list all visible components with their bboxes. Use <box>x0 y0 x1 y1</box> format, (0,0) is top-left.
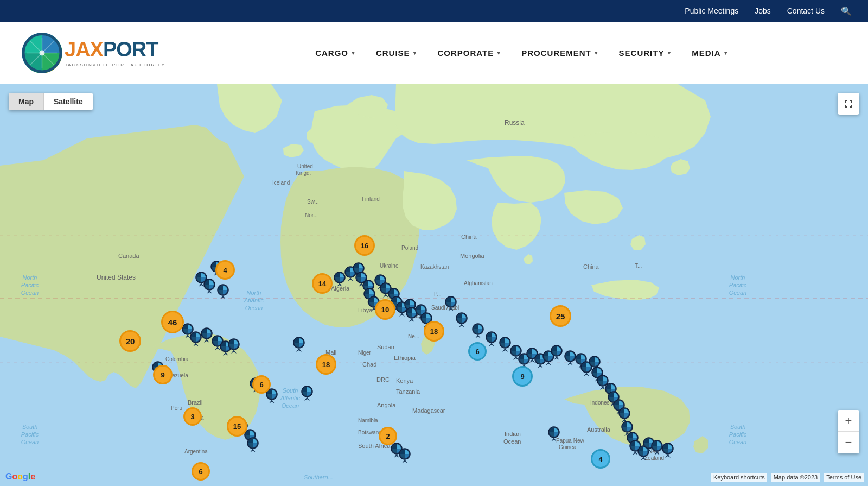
cruise-chevron-icon: ▼ <box>412 50 418 56</box>
svg-text:Poland: Poland <box>401 245 418 251</box>
svg-text:Tanzania: Tanzania <box>396 388 420 395</box>
cluster-blue-marker[interactable]: 4 <box>591 449 610 469</box>
top-bar: Public Meetings Jobs Contact Us 🔍 <box>0 0 868 22</box>
map-pin[interactable] <box>548 426 560 441</box>
map-pin[interactable] <box>551 345 563 360</box>
map-pin[interactable] <box>499 337 511 352</box>
fullscreen-button[interactable] <box>838 93 859 115</box>
svg-text:Russia: Russia <box>505 119 525 127</box>
nav-cargo[interactable]: CARGO ▼ <box>308 44 364 62</box>
cluster-orange-marker[interactable]: 18 <box>424 321 444 342</box>
satellite-view-button[interactable]: Satellite <box>44 93 93 110</box>
zoom-in-button[interactable]: + <box>838 410 859 432</box>
map-pin[interactable] <box>334 272 346 287</box>
cluster-orange-marker[interactable]: 9 <box>153 365 173 384</box>
terms-of-use-link[interactable]: Terms of Use <box>824 473 864 482</box>
svg-text:Pacific: Pacific <box>729 431 747 438</box>
map-pin[interactable] <box>472 323 484 338</box>
map-pin[interactable] <box>662 443 674 458</box>
svg-text:Atlantic: Atlantic <box>244 297 264 304</box>
svg-text:Pacific: Pacific <box>729 282 747 288</box>
svg-text:Peru: Peru <box>171 405 182 411</box>
zoom-out-button[interactable]: − <box>838 432 859 453</box>
map-pin[interactable] <box>247 437 259 452</box>
svg-text:Afghanistan: Afghanistan <box>464 280 493 286</box>
cargo-chevron-icon: ▼ <box>350 50 356 56</box>
svg-text:Sw...: Sw... <box>307 199 319 205</box>
cluster-orange-marker[interactable]: 20 <box>119 330 141 352</box>
header: JAX PORT JACKSONVILLE PORT AUTHORITY CAR… <box>0 22 868 84</box>
svg-text:Nor...: Nor... <box>305 212 318 218</box>
main-nav: CARGO ▼ CRUISE ▼ CORPORATE ▼ PROCUREMENT… <box>198 44 846 62</box>
cluster-orange-marker[interactable]: 3 <box>183 407 202 426</box>
map-pin[interactable] <box>618 407 630 422</box>
svg-text:Namibia: Namibia <box>358 418 378 424</box>
svg-text:South: South <box>283 387 298 394</box>
map-pin[interactable] <box>651 440 663 455</box>
svg-text:Ocean: Ocean <box>21 439 39 445</box>
map-pin[interactable] <box>203 279 215 294</box>
nav-corporate[interactable]: CORPORATE ▼ <box>430 44 510 62</box>
map-pin[interactable] <box>486 331 497 346</box>
svg-text:Angola: Angola <box>377 402 396 408</box>
map-pin[interactable] <box>301 386 313 401</box>
map-pin[interactable] <box>228 338 240 354</box>
svg-text:Ocean: Ocean <box>503 438 521 445</box>
svg-text:Chad: Chad <box>362 361 376 368</box>
map-pin[interactable] <box>201 327 213 343</box>
nav-procurement[interactable]: PROCUREMENT ▼ <box>514 44 607 62</box>
svg-text:Iceland: Iceland <box>272 180 290 186</box>
corporate-chevron-icon: ▼ <box>496 50 502 56</box>
cluster-orange-marker[interactable]: 14 <box>312 273 333 294</box>
google-logo: Google <box>5 472 35 482</box>
contact-us-link[interactable]: Contact Us <box>787 7 825 15</box>
cluster-orange-marker[interactable]: 16 <box>354 235 375 256</box>
svg-text:Southern...: Southern... <box>304 474 333 481</box>
nav-media[interactable]: MEDIA ▼ <box>684 44 736 62</box>
svg-text:P...: P... <box>434 291 442 297</box>
jobs-link[interactable]: Jobs <box>755 7 771 15</box>
svg-text:South: South <box>22 424 38 430</box>
svg-text:Atlantic: Atlantic <box>280 395 301 401</box>
map-pin[interactable] <box>399 448 411 463</box>
cluster-orange-marker[interactable]: 18 <box>316 354 336 375</box>
map-footer-right: Keyboard shortcuts Map data ©2023 Terms … <box>711 473 864 482</box>
cluster-orange-marker[interactable]: 46 <box>161 311 184 333</box>
map-footer: Google <box>5 472 35 482</box>
cluster-orange-marker[interactable]: 2 <box>379 427 397 445</box>
svg-text:T...: T... <box>635 263 642 269</box>
map-view-button[interactable]: Map <box>9 93 44 110</box>
svg-text:Ne...: Ne... <box>408 333 419 339</box>
svg-text:Indian: Indian <box>505 431 521 437</box>
logo-text: JAX PORT JACKSONVILLE PORT AUTHORITY <box>65 38 165 67</box>
security-chevron-icon: ▼ <box>666 50 672 56</box>
nav-cruise[interactable]: CRUISE ▼ <box>368 44 426 62</box>
svg-text:Argentina: Argentina <box>184 449 208 455</box>
cluster-orange-marker[interactable]: 6 <box>192 462 210 481</box>
cluster-orange-marker[interactable]: 25 <box>550 305 571 327</box>
cluster-blue-marker[interactable]: 9 <box>512 366 533 387</box>
keyboard-shortcuts-link[interactable]: Keyboard shortcuts <box>711 473 767 482</box>
svg-text:Ocean: Ocean <box>729 289 746 296</box>
cluster-orange-marker[interactable]: 15 <box>227 416 247 437</box>
nav-security[interactable]: SECURITY ▼ <box>611 44 680 62</box>
map-pin[interactable] <box>190 331 202 346</box>
cluster-orange-marker[interactable]: 10 <box>375 299 395 320</box>
map-pin[interactable] <box>456 312 468 327</box>
media-chevron-icon: ▼ <box>723 50 729 56</box>
map-container[interactable]: United States Canada Brazil China China … <box>0 84 868 486</box>
port-authority-label: JACKSONVILLE PORT AUTHORITY <box>65 62 165 67</box>
map-pin[interactable] <box>564 350 576 365</box>
search-icon[interactable]: 🔍 <box>841 6 852 16</box>
logo-container[interactable]: JAX PORT JACKSONVILLE PORT AUTHORITY <box>22 33 165 73</box>
cluster-blue-marker[interactable]: 6 <box>468 342 487 361</box>
svg-text:Colombia: Colombia <box>165 356 189 362</box>
svg-point-5 <box>40 50 45 55</box>
svg-text:Guinea: Guinea <box>559 444 577 450</box>
map-pin[interactable] <box>217 284 229 299</box>
cluster-orange-marker[interactable]: 4 <box>215 260 235 280</box>
map-pin[interactable] <box>445 296 457 311</box>
public-meetings-link[interactable]: Public Meetings <box>685 7 738 15</box>
map-pin[interactable] <box>293 337 305 352</box>
cluster-orange-marker[interactable]: 6 <box>252 375 271 394</box>
